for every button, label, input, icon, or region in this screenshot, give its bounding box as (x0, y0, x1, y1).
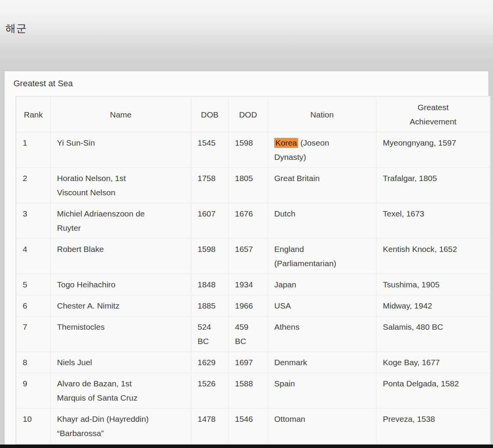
column-header-dob: DOB (191, 97, 228, 132)
achievement-cell: Preveza, 1538 (377, 409, 490, 443)
table-row: 5Togo Heihachiro18481934JapanTsushima, 1… (17, 274, 490, 295)
table-title: Greatest at Sea (5, 71, 488, 89)
achievement-cell: Kentish Knock, 1652 (377, 239, 490, 273)
dob-cell: 1607 (191, 203, 228, 238)
dod-cell: 1657 (229, 239, 267, 273)
nation-cell: Athens (268, 317, 376, 351)
name-cell: Togo Heihachiro (51, 274, 191, 295)
nation-cell: Korea (Joseon Dynasty) (268, 133, 376, 167)
column-header-dod: DOD (229, 97, 267, 132)
name-cell: Khayr ad-Din (Hayreddin) “Barbarossa” (51, 409, 191, 443)
dod-cell: 459 BC (229, 317, 267, 351)
table-row: 7Themistocles524 BC459 BCAthensSalamis, … (17, 317, 490, 351)
achievement-cell: Tsushima, 1905 (377, 274, 490, 295)
name-cell: Niels Juel (51, 352, 191, 372)
name-cell: Alvaro de Bazan, 1st Marquis of Santa Cr… (51, 373, 191, 408)
dob-cell: 1848 (191, 274, 228, 295)
dob-cell: 1478 (191, 409, 228, 443)
name-cell: Themistocles (51, 317, 191, 351)
dob-cell: 1526 (191, 373, 228, 408)
achievement-cell: Trafalgar, 1805 (377, 168, 490, 203)
achievement-cell: Salamis, 480 BC (377, 317, 490, 351)
rank-cell: 3 (17, 203, 50, 238)
dod-cell: 1588 (229, 373, 267, 408)
column-header-greatest-achievement: Greatest Achievement (377, 97, 490, 132)
column-header-rank: Rank (17, 97, 50, 132)
table-row: 9Alvaro de Bazan, 1st Marquis of Santa C… (17, 373, 490, 408)
table-row: 8Niels Juel16291697DenmarkKoge Bay, 1677 (17, 352, 490, 372)
table-row: 4Robert Blake15981657England (Parliament… (17, 239, 490, 273)
nation-cell: Dutch (268, 203, 376, 238)
rank-cell: 9 (17, 373, 50, 408)
nation-cell: Spain (268, 373, 376, 408)
rank-cell: 6 (17, 295, 50, 316)
dob-cell: 1545 (191, 133, 228, 167)
rank-cell: 1 (17, 133, 50, 167)
dob-cell: 524 BC (191, 317, 228, 351)
name-cell: Michiel Adriaenszoon de Ruyter (51, 203, 191, 238)
rank-cell: 8 (17, 352, 50, 372)
nation-cell: USA (268, 295, 376, 316)
dod-cell: 1676 (229, 203, 267, 238)
table-row: 1Yi Sun-Sin15451598Korea (Joseon Dynasty… (17, 133, 490, 167)
rank-cell: 4 (17, 239, 50, 273)
rank-cell: 10 (17, 409, 50, 443)
dod-cell: 1546 (229, 409, 267, 443)
nation-cell: England (Parliamentarian) (268, 239, 376, 273)
dod-cell: 1805 (229, 168, 267, 203)
achievement-cell: Ponta Delgada, 1582 (377, 373, 490, 408)
achievement-cell: Midway, 1942 (377, 295, 490, 316)
name-cell: Yi Sun-Sin (51, 133, 191, 167)
page-top-label: 해군 (5, 22, 27, 35)
dob-cell: 1598 (191, 239, 228, 273)
nation-cell: Ottoman (268, 409, 376, 443)
bottom-black-bar (0, 445, 493, 448)
dod-cell: 1598 (229, 133, 267, 167)
table-row: 10Khayr ad-Din (Hayreddin) “Barbarossa”1… (17, 409, 490, 443)
column-header-name: Name (51, 97, 191, 132)
dob-cell: 1758 (191, 168, 228, 203)
achievement-cell: Texel, 1673 (377, 203, 490, 238)
name-cell: Horatio Nelson, 1st Viscount Nelson (51, 168, 191, 203)
dob-cell: 1629 (191, 352, 228, 372)
table-header-row: RankNameDOBDODNationGreatest Achievement (17, 97, 490, 132)
dod-cell: 1966 (229, 295, 267, 316)
rank-cell: 7 (17, 317, 50, 351)
achievement-cell: Myeongnyang, 1597 (377, 133, 490, 167)
greatest-at-sea-table: RankNameDOBDODNationGreatest Achievement… (15, 96, 491, 445)
nation-cell: Great Britain (268, 168, 376, 203)
nation-cell: Japan (268, 274, 376, 295)
dod-cell: 1934 (229, 274, 267, 295)
table-row: 6Chester A. Nimitz18851966USAMidway, 194… (17, 295, 490, 316)
table-row: 2Horatio Nelson, 1st Viscount Nelson1758… (17, 168, 490, 203)
table-row: 3Michiel Adriaenszoon de Ruyter16071676D… (17, 203, 490, 238)
highlighted-text: Korea (274, 138, 298, 148)
column-header-nation: Nation (268, 97, 376, 132)
name-cell: Chester A. Nimitz (51, 295, 191, 316)
rank-cell: 5 (17, 274, 50, 295)
name-cell: Robert Blake (51, 239, 191, 273)
achievement-cell: Koge Bay, 1677 (377, 352, 490, 372)
dob-cell: 1885 (191, 295, 228, 316)
rank-cell: 2 (17, 168, 50, 203)
dod-cell: 1697 (229, 352, 267, 372)
content-card: Greatest at Sea RankNameDOBDODNationGrea… (5, 71, 488, 448)
nation-cell: Denmark (268, 352, 376, 372)
